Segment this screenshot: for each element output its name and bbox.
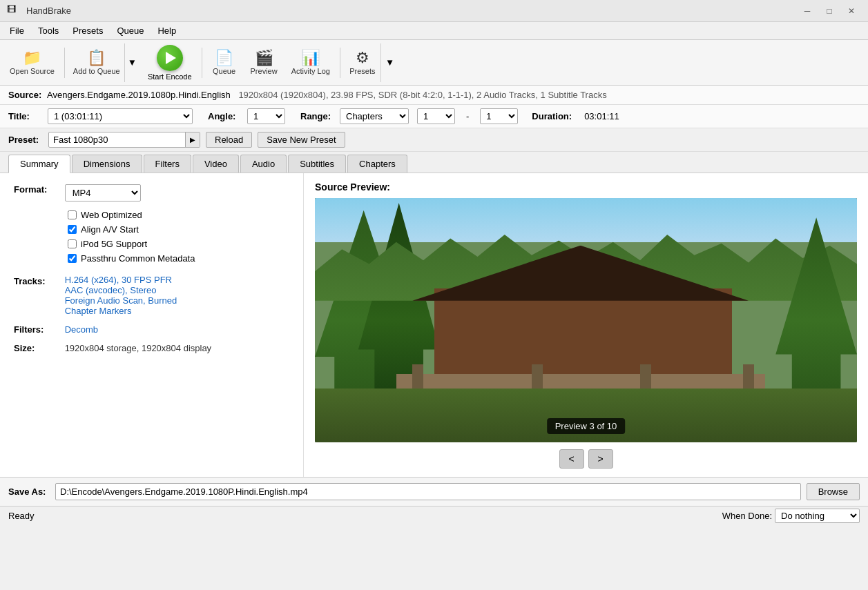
track-3: Foreign Audio Scan, Burned xyxy=(65,295,177,306)
window-controls: ─ □ ✕ xyxy=(798,4,861,18)
preview-controls: < > xyxy=(315,449,857,469)
browse-button[interactable]: Browse xyxy=(807,483,860,500)
play-icon xyxy=(166,52,176,64)
tab-summary[interactable]: Summary xyxy=(8,155,70,173)
add-queue-label: Add to Queue xyxy=(73,67,120,75)
open-source-icon: 📁 xyxy=(23,50,41,66)
tab-filters[interactable]: Filters xyxy=(144,155,191,173)
dropdown-arrow-icon: ▼ xyxy=(128,57,137,68)
menu-queue[interactable]: Queue xyxy=(110,24,151,37)
menu-file[interactable]: File xyxy=(3,24,31,37)
tab-video[interactable]: Video xyxy=(193,155,239,173)
menu-tools[interactable]: Tools xyxy=(31,24,66,37)
presets-label: Presets xyxy=(349,67,375,75)
to-select[interactable]: 1 xyxy=(480,108,518,124)
tracks-label: Tracks: xyxy=(14,275,62,286)
source-bar: Source: Avengers.Endgame.2019.1080p.Hind… xyxy=(0,86,868,105)
preset-label: Preset: xyxy=(8,135,43,145)
add-queue-icon: 📋 xyxy=(87,50,106,66)
save-new-preset-button[interactable]: Save New Preset xyxy=(258,132,345,148)
angle-select[interactable]: 1 xyxy=(247,108,285,124)
maximize-button[interactable]: □ xyxy=(820,4,839,18)
preview-scene: Preview 3 of 10 xyxy=(315,198,857,442)
size-row: Size: 1920x804 storage, 1920x804 display xyxy=(14,343,289,353)
when-done-select[interactable]: Do nothingShutdownSleepHibernateQuit Han… xyxy=(775,509,860,523)
separator-1 xyxy=(64,48,65,78)
presets-icon: ⚙ xyxy=(356,50,369,66)
saveas-input[interactable] xyxy=(55,483,801,500)
preview-title: Source Preview: xyxy=(315,181,857,193)
tracks-row: Tracks: H.264 (x264), 30 FPS PFR AAC (av… xyxy=(14,275,289,316)
tab-subtitles[interactable]: Subtitles xyxy=(288,155,346,173)
tab-chapters[interactable]: Chapters xyxy=(347,155,407,173)
tab-audio[interactable]: Audio xyxy=(240,155,287,173)
filters-row: Filters: Decomb xyxy=(14,324,289,335)
range-label: Range: xyxy=(300,111,331,121)
status-bar: Ready When Done: Do nothingShutdownSleep… xyxy=(0,506,868,525)
start-encode-button[interactable]: Start Encode xyxy=(142,42,197,83)
size-value: 1920x804 storage, 1920x804 display xyxy=(65,343,212,353)
when-done-label: When Done: xyxy=(722,511,772,521)
source-filename: Avengers.Endgame.2019.1080p.Hindi.Englis… xyxy=(47,90,231,100)
tracks-values: H.264 (x264), 30 FPS PFR AAC (avcodec), … xyxy=(65,275,177,316)
tabs-bar: Summary Dimensions Filters Video Audio S… xyxy=(0,152,868,173)
open-source-label: Open Source xyxy=(10,67,55,75)
when-done-wrap: When Done: Do nothingShutdownSleepHibern… xyxy=(722,509,860,523)
queue-button[interactable]: 📄 Queue xyxy=(206,43,242,82)
app-title: HandBrake xyxy=(26,6,798,16)
saveas-bar: Save As: Browse xyxy=(0,477,868,506)
from-select[interactable]: 1 xyxy=(417,108,455,124)
filters-label: Filters: xyxy=(14,324,62,335)
tab-dimensions[interactable]: Dimensions xyxy=(72,155,142,173)
align-av-checkbox[interactable] xyxy=(68,225,77,234)
web-optimized-checkbox[interactable] xyxy=(68,210,77,219)
preview-icon: 🎬 xyxy=(255,50,273,66)
align-av-label: Align A/V Start xyxy=(81,224,139,235)
preset-arrow-button[interactable]: ▶ xyxy=(185,132,200,147)
main-content: Format: MP4MKVWebM Web Optimized Align A… xyxy=(0,173,868,477)
titlebar: 🎞 HandBrake ─ □ ✕ xyxy=(0,0,868,22)
preview-prev-button[interactable]: < xyxy=(559,449,584,469)
title-label: Title: xyxy=(8,111,39,121)
web-optimized-label: Web Optimized xyxy=(81,210,142,220)
add-to-queue-wrap: 📋 Add to Queue ▼ xyxy=(69,43,139,82)
source-label: Source: xyxy=(8,90,41,100)
activity-log-label: Activity Log xyxy=(291,67,330,75)
menu-help[interactable]: Help xyxy=(151,24,183,37)
size-label: Size: xyxy=(14,343,62,353)
range-select[interactable]: Chapters xyxy=(340,108,409,124)
title-select[interactable]: 1 (03:01:11) xyxy=(48,108,193,124)
preset-select-wrap[interactable]: Fast 1080p30 ▶ xyxy=(48,132,200,148)
add-to-queue-button[interactable]: 📋 Add to Queue xyxy=(69,43,124,82)
preview-label: Preview xyxy=(251,67,278,75)
presets-arrow-icon: ▼ xyxy=(385,57,394,68)
preview-next-button[interactable]: > xyxy=(588,449,613,469)
summary-panel: Format: MP4MKVWebM Web Optimized Align A… xyxy=(0,173,304,477)
track-1: H.264 (x264), 30 FPS PFR xyxy=(65,275,177,285)
presets-dropdown[interactable]: ▼ xyxy=(380,43,398,82)
app-icon: 🎞 xyxy=(7,4,21,18)
open-source-button[interactable]: 📁 Open Source xyxy=(4,43,60,82)
add-to-queue-dropdown[interactable]: ▼ xyxy=(124,43,139,82)
passthru-checkbox[interactable] xyxy=(68,254,77,263)
ipod-label: iPod 5G Support xyxy=(81,239,147,249)
menu-presets[interactable]: Presets xyxy=(66,24,110,37)
format-row: Format: MP4MKVWebM xyxy=(14,184,289,201)
ipod-checkbox[interactable] xyxy=(68,239,77,248)
activity-log-icon: 📊 xyxy=(301,50,320,66)
activity-log-button[interactable]: 📊 Activity Log xyxy=(286,43,336,82)
reload-button[interactable]: Reload xyxy=(206,132,252,148)
preview-panel: Source Preview: xyxy=(304,173,868,477)
preset-row: Preset: Fast 1080p30 ▶ Reload Save New P… xyxy=(0,128,868,152)
separator-2 xyxy=(202,48,202,78)
cabin-wall xyxy=(434,288,733,382)
web-optimized-row: Web Optimized xyxy=(68,210,289,220)
passthru-row: Passthru Common Metadata xyxy=(68,253,289,264)
ipod-row: iPod 5G Support xyxy=(68,239,289,249)
preview-button[interactable]: 🎬 Preview xyxy=(245,43,283,82)
close-button[interactable]: ✕ xyxy=(842,4,861,18)
format-select[interactable]: MP4MKVWebM xyxy=(65,184,141,201)
minimize-button[interactable]: ─ xyxy=(798,4,817,18)
presets-button[interactable]: ⚙ Presets xyxy=(345,43,380,82)
filters-value: Decomb xyxy=(65,324,98,335)
